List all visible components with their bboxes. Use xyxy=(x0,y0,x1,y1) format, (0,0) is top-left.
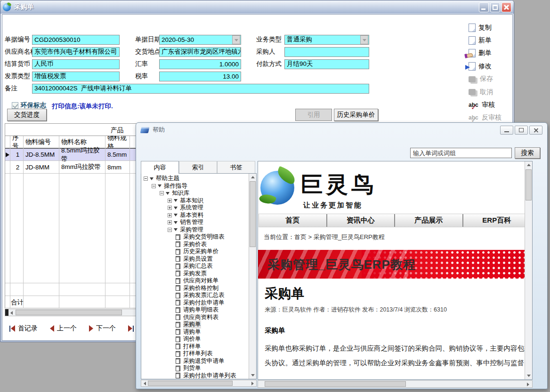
record-nav-last-record[interactable] xyxy=(128,325,136,332)
tree-scroll-thumb[interactable] xyxy=(250,181,256,247)
remark-field[interactable]: 34012000042S 产线申请补料订单 xyxy=(32,84,369,94)
tree-item[interactable]: 打样单 xyxy=(141,343,249,351)
collapse-minus-icon[interactable] xyxy=(160,191,164,195)
payment-field[interactable]: 月结90天 xyxy=(284,59,369,69)
invoice-type-field[interactable]: 增值税发票 xyxy=(32,72,120,81)
save-doc-button[interactable]: 保存 xyxy=(469,73,513,86)
help-search-button[interactable]: 搜索 xyxy=(515,147,540,159)
tree-item[interactable]: 采购付款申请单列表 xyxy=(141,372,249,379)
exchange-rate-field[interactable]: 1.0000 xyxy=(159,59,241,69)
tree-item[interactable]: 请购单 xyxy=(141,328,249,336)
tree-scroll-left-icon[interactable] xyxy=(144,382,146,385)
edit-doc-button[interactable]: 修改 xyxy=(469,60,513,72)
currency-field[interactable]: 人民币 xyxy=(32,59,120,69)
tree-item[interactable]: 帮助主题 xyxy=(141,175,249,183)
content-scroll-right-icon[interactable] xyxy=(527,383,529,386)
content-hscroll-thumb[interactable] xyxy=(265,381,406,387)
tree-item[interactable]: 采购交货明细表 xyxy=(141,233,249,241)
grid-horizontal-scrollbar[interactable] xyxy=(5,309,137,316)
tree-item[interactable]: 操作指导 xyxy=(141,183,249,190)
expand-plus-icon[interactable] xyxy=(168,206,172,210)
tree-item[interactable]: 采购价格控制 xyxy=(141,285,249,292)
tree-item[interactable]: 采购价表 xyxy=(141,241,249,248)
expand-plus-icon[interactable] xyxy=(168,220,172,224)
maximize-button[interactable] xyxy=(490,2,500,12)
tree-item[interactable]: 采购汇总表 xyxy=(141,263,249,270)
tree-scroll-right-icon[interactable] xyxy=(251,382,254,385)
help-maximize-button[interactable] xyxy=(515,126,528,135)
tree-item[interactable]: 供应商对账单 xyxy=(141,277,249,285)
history-price-button[interactable]: 历史采购单价 xyxy=(334,109,378,121)
delivery-progress-button[interactable]: 交货进度 xyxy=(7,109,47,121)
grid-scroll-thumb[interactable] xyxy=(16,310,122,315)
tree-hscroll-thumb[interactable] xyxy=(148,381,233,386)
purchaser-field[interactable] xyxy=(284,47,369,57)
help-minimize-button[interactable] xyxy=(500,126,513,135)
tree-horizontal-scrollbar[interactable] xyxy=(141,380,257,387)
help-tab-contents[interactable]: 内容 xyxy=(141,161,179,174)
close-button[interactable] xyxy=(501,2,511,12)
tree-item[interactable]: 系统管理 xyxy=(141,204,249,212)
help-tab-bookmarks[interactable]: 书签 xyxy=(217,161,255,173)
grid-column-header[interactable]: 序号 xyxy=(10,136,23,148)
site-nav-item-1[interactable]: 资讯中心 xyxy=(326,214,395,227)
site-nav-item-2[interactable]: 产品展示 xyxy=(394,214,462,227)
delete-doc-button[interactable]: 删单 xyxy=(469,47,513,60)
tree-item[interactable]: 采购发票汇总表 xyxy=(141,292,249,299)
tree-item[interactable]: 采购退货申请单 xyxy=(141,358,249,365)
content-vertical-scrollbar[interactable] xyxy=(525,161,532,379)
tree-item[interactable]: 打样单列表 xyxy=(141,350,249,358)
eco-flag-checkbox[interactable] xyxy=(12,102,18,109)
scroll-left-icon[interactable] xyxy=(10,311,13,315)
doc-date-field[interactable]: 2020-05-30 xyxy=(159,35,241,45)
supplier-field[interactable]: 东莞市伟兴电子材料有限公司 xyxy=(32,47,120,57)
tree-item[interactable]: 历史采购单价 xyxy=(141,248,249,256)
record-nav-first-record[interactable]: 首记录 xyxy=(9,324,38,333)
tree-item[interactable]: 供应商资料表 xyxy=(141,314,249,321)
tree-vertical-scrollbar[interactable] xyxy=(249,174,256,379)
tree-item[interactable]: 采购单 xyxy=(141,321,249,328)
collapse-minus-icon[interactable] xyxy=(152,184,156,188)
help-search-input[interactable] xyxy=(410,148,512,158)
quote-button[interactable]: 引用 xyxy=(295,109,332,121)
tree-scroll-up-icon[interactable] xyxy=(251,176,255,178)
tree-item[interactable]: 基本资料 xyxy=(141,212,249,219)
tree-item[interactable]: 询价单 xyxy=(141,336,249,343)
grid-column-header[interactable]: 物料规格 xyxy=(105,136,129,148)
copy-doc-button[interactable]: 复制 xyxy=(469,21,513,34)
collapse-minus-icon[interactable] xyxy=(144,176,148,181)
biz-type-dropdown-icon[interactable] xyxy=(360,35,368,44)
doc-date-dropdown-icon[interactable] xyxy=(232,35,240,44)
collapse-minus-icon[interactable] xyxy=(168,228,172,232)
tree-item[interactable]: 采购管理 xyxy=(141,226,249,234)
expand-plus-icon[interactable] xyxy=(168,213,172,217)
cancel-doc-button[interactable]: 取消 xyxy=(469,86,513,98)
tree-item[interactable]: 采购发票 xyxy=(141,270,249,278)
tree-scroll-down-icon[interactable] xyxy=(251,374,255,376)
doc-no-field[interactable]: CGD200530010 xyxy=(32,35,120,45)
new-doc-button[interactable]: 新单 xyxy=(469,34,513,47)
content-horizontal-scrollbar[interactable] xyxy=(258,380,533,388)
content-scroll-thumb[interactable] xyxy=(526,169,532,200)
record-nav-prev-record[interactable]: 上一个 xyxy=(50,324,77,333)
tax-rate-field[interactable]: 13.00 xyxy=(159,72,241,81)
minimize-button[interactable] xyxy=(479,2,489,12)
grid-column-header[interactable]: 物料编号 xyxy=(23,136,59,148)
tree-item[interactable]: 请购单明细表 xyxy=(141,306,249,314)
tree-item[interactable]: 到货单 xyxy=(141,365,249,372)
help-title-bar[interactable]: 帮助 xyxy=(136,123,547,137)
tree-item[interactable]: 知识库 xyxy=(141,190,249,197)
content-scroll-down-icon[interactable] xyxy=(527,375,531,377)
site-nav-item-3[interactable]: ERP百科 xyxy=(462,214,531,227)
expand-plus-icon[interactable] xyxy=(168,199,172,203)
help-tab-index[interactable]: 索引 xyxy=(179,161,217,173)
tree-item[interactable]: 采购员设置 xyxy=(141,256,249,263)
biz-type-field[interactable]: 普通采购 xyxy=(284,35,369,45)
tree-item[interactable]: 销售管理 xyxy=(141,219,249,226)
main-title-bar[interactable]: 采购单 xyxy=(0,0,514,14)
tree-item[interactable]: 采购付款申请单 xyxy=(141,299,249,307)
tree-item[interactable]: 基本知识 xyxy=(141,197,249,205)
help-close-button[interactable] xyxy=(529,126,542,135)
audit-abc-check-button[interactable]: abc✓审核 xyxy=(469,98,513,111)
site-nav-item-0[interactable]: 首页 xyxy=(259,214,326,227)
